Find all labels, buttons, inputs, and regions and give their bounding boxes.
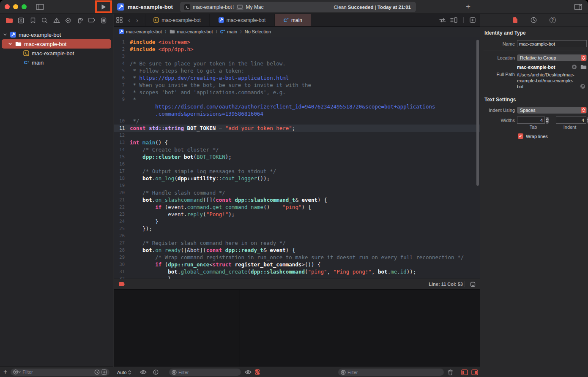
add-file-button[interactable]: +	[3, 369, 7, 375]
code-line[interactable]: 2#include <dpp/dpp.h>	[114, 46, 480, 53]
wrap-lines-checkbox[interactable]: ✓	[518, 133, 523, 139]
code-line[interactable]: 29 /* Wrap command registration in run_o…	[114, 254, 480, 261]
clear-location-icon[interactable]	[572, 64, 577, 70]
tab-main-active[interactable]: C+ main	[275, 14, 311, 26]
variables-filter-input[interactable]	[178, 370, 238, 375]
editor-scrollbar[interactable]	[476, 40, 479, 186]
tab-width-field[interactable]	[517, 117, 545, 124]
variables-filter-field[interactable]	[169, 369, 241, 376]
code-line[interactable]: 24 }	[114, 218, 480, 225]
toggle-console-pane-icon[interactable]	[471, 367, 478, 377]
variables-info-icon[interactable]	[153, 367, 159, 377]
indent-using-dropdown[interactable]: Spaces	[517, 107, 587, 114]
clear-console-trash-icon[interactable]	[448, 367, 453, 377]
issues-navigator-icon[interactable]	[52, 17, 61, 23]
code-line[interactable]: 1#include <iostream>	[114, 38, 480, 46]
choose-folder-icon[interactable]	[580, 65, 587, 70]
code-line[interactable]: 10 */	[114, 117, 480, 125]
code-line[interactable]: 14 /* Create bot cluster */	[114, 146, 480, 153]
go-back-button[interactable]: ‹	[125, 14, 133, 26]
code-line[interactable]: 8 * scopes 'bot' and 'applications.comma…	[114, 89, 480, 96]
code-line[interactable]: 12	[114, 132, 480, 139]
code-line[interactable]: 28 bot.on_ready([&bot](const dpp::ready_…	[114, 247, 480, 254]
breakpoints-toggle-icon[interactable]	[119, 282, 125, 287]
name-field[interactable]	[517, 40, 587, 47]
recent-files-clock-icon[interactable]	[94, 369, 100, 375]
toggle-navigator-icon[interactable]	[36, 4, 44, 10]
code-line[interactable]: 27 /* Register slash command here in on_…	[114, 239, 480, 247]
minimize-window-button[interactable]	[13, 4, 18, 9]
code-line[interactable]: 5 * Follow steps here to get a token:	[114, 67, 480, 74]
tab-target[interactable]: mac-example-bot	[145, 14, 209, 26]
bookmarks-navigator-icon[interactable]	[29, 17, 37, 24]
close-window-button[interactable]	[5, 4, 10, 9]
adjust-editor-options-icon[interactable]	[450, 17, 457, 23]
open-path-arrow-icon[interactable]	[580, 84, 585, 89]
debug-view-toggles-icon[interactable]	[255, 367, 260, 377]
line-col-indicator[interactable]: Line: 11 Col: 53	[429, 282, 463, 287]
go-forward-button[interactable]: ›	[133, 14, 141, 26]
reports-navigator-icon[interactable]	[99, 17, 108, 24]
tests-navigator-icon[interactable]	[64, 17, 72, 24]
jumpbar-file[interactable]: C+ main	[220, 29, 237, 34]
destination-selector[interactable]: My Mac	[236, 4, 264, 10]
code-line[interactable]: 16	[114, 160, 480, 168]
toggle-inspector-icon[interactable]	[574, 4, 582, 10]
console-filter-input[interactable]	[347, 370, 441, 375]
disclosure-chevron-icon[interactable]	[3, 33, 8, 36]
jumpbar-project[interactable]: mac-example-bot	[119, 29, 162, 34]
code-line[interactable]: 3	[114, 53, 480, 60]
tree-row-project[interactable]: mac-example-bot	[0, 30, 113, 39]
code-line[interactable]: https://discord.com/oauth2/authorize?cli…	[114, 103, 480, 110]
tab-width-input[interactable]	[517, 118, 544, 123]
project-navigator-icon[interactable]	[5, 17, 14, 23]
code-line[interactable]: 20 /* Handle slash command */	[114, 189, 480, 196]
display-settings-icon[interactable]	[470, 282, 476, 287]
library-add-button[interactable]: +	[466, 2, 470, 11]
code-line[interactable]: 7 * When you invite the bot, be sure to …	[114, 81, 480, 89]
find-navigator-icon[interactable]	[41, 17, 49, 24]
code-line[interactable]: 13int main() {	[114, 139, 480, 146]
console-filter-field[interactable]	[338, 369, 444, 376]
navigator-filter-input[interactable]	[22, 369, 93, 374]
code-line[interactable]: 32 }	[114, 275, 480, 279]
tree-row-target[interactable]: mac-example-bot	[0, 49, 113, 58]
code-line[interactable]: .commands&permissions=139586816064	[114, 110, 480, 117]
activity-status[interactable]: Clean Succeeded | Today at 21:01	[334, 5, 411, 10]
code-line[interactable]: 11const std::string BOT_TOKEN = "add you…	[114, 125, 480, 132]
console-view[interactable]	[240, 290, 480, 366]
variables-view[interactable]	[114, 290, 240, 366]
jumpbar-group[interactable]: mac-example-bot	[170, 29, 213, 34]
indent-width-field[interactable]	[556, 117, 586, 124]
code-line[interactable]: 21 bot.on_slashcommand([](const dpp::sla…	[114, 196, 480, 203]
code-line[interactable]: 18 bot.on_log(dpp::utility::cout_logger(…	[114, 175, 480, 182]
code-line[interactable]: 4/* Be sure to place your token in the l…	[114, 60, 480, 67]
code-line[interactable]: 19	[114, 182, 480, 189]
run-button[interactable]	[101, 4, 107, 10]
related-items-grid-icon[interactable]	[114, 14, 125, 26]
code-editor[interactable]: 1#include <iostream>2#include <dpp/dpp.h…	[114, 37, 480, 279]
disclosure-chevron-icon[interactable]	[8, 43, 13, 45]
code-line[interactable]: 9 *	[114, 96, 480, 103]
code-line[interactable]: 25 });	[114, 225, 480, 232]
code-review-icon[interactable]	[439, 18, 446, 23]
variables-eye-icon[interactable]	[140, 367, 147, 377]
breakpoints-navigator-icon[interactable]	[88, 18, 96, 23]
jumpbar-selection[interactable]: No Selection	[245, 29, 271, 34]
add-editor-icon[interactable]	[470, 17, 476, 23]
code-line[interactable]: 17 /* Output simple log messages to stdo…	[114, 168, 480, 175]
console-eye-icon[interactable]	[245, 367, 252, 377]
debug-navigator-icon[interactable]	[76, 17, 84, 24]
code-line[interactable]: 26	[114, 232, 480, 239]
code-line[interactable]: 31 bot.global_command_create(dpp::slashc…	[114, 268, 480, 275]
quick-help-inspector-icon[interactable]: ?	[550, 17, 556, 23]
indent-width-input[interactable]	[556, 118, 586, 123]
toggle-variables-pane-icon[interactable]	[461, 367, 468, 377]
tree-row-main-file[interactable]: C+ main	[0, 58, 113, 67]
tab-project[interactable]: mac-example-bot	[209, 14, 275, 26]
code-line[interactable]: 30 if (dpp::run_once<struct register_bot…	[114, 261, 480, 268]
tab-width-stepper[interactable]	[546, 117, 549, 124]
file-inspector-icon[interactable]	[513, 17, 518, 23]
variables-scope-dropdown[interactable]: Auto	[117, 367, 131, 377]
navigator-filter-field[interactable]	[11, 369, 109, 376]
